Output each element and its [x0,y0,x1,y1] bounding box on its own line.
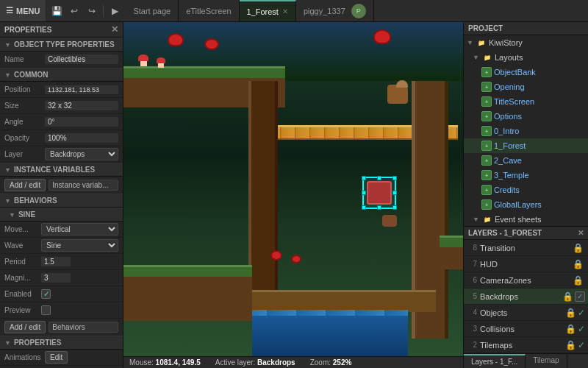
platform-mid-dirt [123,277,252,321]
sine-move-select[interactable]: Vertical Horizontal [41,223,118,236]
handle-bl[interactable] [362,205,366,210]
prop-name-row: Name Collectibles [0,52,123,68]
handle-ml[interactable] [362,191,366,195]
tree-layout-label-5: 1_Forest [494,141,526,150]
section-behaviors[interactable]: ▼ BEHAVIORS [0,194,123,208]
properties-close[interactable]: ✕ [111,24,118,35]
tree-layout-label-8: Credits [494,185,520,194]
sine-preview-checkbox[interactable] [41,305,51,315]
tree-layout-globallayers[interactable]: + GlobalLayers [464,197,588,212]
bottom-tab-tilemap[interactable]: Tilemap [526,354,567,368]
sine-enabled-checkbox[interactable]: ✓ [41,289,51,299]
undo-button[interactable]: ↩ [66,3,82,19]
layer-select[interactable]: Backdrops [45,148,118,160]
layer-lock-5[interactable]: 🔒 [562,291,573,302]
selection-box[interactable] [362,177,396,209]
layer-row-4[interactable]: 4 Objects 🔒 ✓ [464,305,588,321]
tree-layout-objectbank[interactable]: + ObjectBank [464,65,588,79]
size-value[interactable]: 32 x 32 [45,101,118,110]
tree-layout-0intro[interactable]: + 0_Intro [464,124,588,138]
layer-lock-3[interactable]: 🔒 [565,324,576,334]
tab-etitlescreen[interactable]: eTitleScreen [179,0,239,21]
tree-layout-credits[interactable]: + Credits [464,183,588,197]
section-sine[interactable]: ▼ SINE [0,208,123,222]
tree-layout-icon-1: + [481,82,492,92]
layer-row-6[interactable]: 6 CameraZones 🔒 [464,272,588,289]
name-value[interactable]: Collectibles [45,54,118,64]
bottom-tab-layers[interactable]: Layers - 1_F... [464,354,526,368]
sine-wave-select[interactable]: Sine [41,239,118,252]
play-button[interactable]: ▶ [107,3,123,19]
tree-layout-icon-2: + [481,96,492,107]
layer-num-3: 3 [467,325,477,333]
layer-num-7: 7 [467,260,477,268]
sine-move-row: Move... Vertical Horizontal [0,222,123,238]
platform-small [440,236,463,247]
size-label: Size [4,102,45,110]
layer-lock-6[interactable]: 🔒 [573,275,584,286]
canvas-area: Mouse: 1081.4, 149.5 Active layer: Backd… [123,22,463,368]
animations-label: Animations [4,353,45,361]
tab-forest-close[interactable]: ✕ [282,7,288,15]
save-button[interactable]: 💾 [49,3,65,19]
handle-tc[interactable] [377,176,381,180]
layer-name-6: CameraZones [477,276,573,285]
handle-br[interactable] [392,205,397,210]
tree-layouts[interactable]: ▼ 📁 Layouts [464,50,588,65]
tree-layout-titlescreen[interactable]: + TitleScreen [464,94,588,109]
tree-layout-opening[interactable]: + Opening [464,79,588,94]
layer-lock-8[interactable]: 🔒 [573,243,584,253]
water-surface [252,310,408,316]
redo-button[interactable]: ↪ [84,3,100,19]
handle-tr[interactable] [392,176,397,180]
section-instance-vars[interactable]: ▼ INSTANCE VARIABLES [0,163,123,177]
position-value[interactable]: 1132.181, 118.53 [45,85,118,94]
layer-row-7[interactable]: 7 HUD 🔒 [464,256,588,272]
wood-platform [252,290,436,312]
sine-magni-value[interactable]: 3 [41,273,71,283]
section-object-type[interactable]: ▼ OBJECT TYPE PROPERTIES [0,38,123,52]
tab-1-forest[interactable]: 1_Forest ✕ [240,0,296,21]
sine-period-value[interactable]: 1.5 [41,257,71,266]
collectible-sprite [367,181,392,205]
opacity-value[interactable]: 100% [45,133,118,143]
layer-check-5[interactable]: ✓ [575,291,585,302]
tab-start-page[interactable]: Start page [126,0,179,21]
layer-row-3[interactable]: 3 Collisions 🔒 ✓ [464,321,588,337]
angle-value[interactable]: 0° [45,117,118,127]
handle-bc[interactable] [377,205,381,210]
handle-tl[interactable] [362,176,366,180]
section-properties2[interactable]: ▼ PROPERTIES [0,336,123,350]
canvas-scene[interactable] [123,22,463,356]
tree-layout-options[interactable]: + Options [464,109,588,124]
behaviors-add-button[interactable]: Add / edit [4,321,46,333]
menu-button[interactable]: ☰ MENU [0,0,46,21]
tree-root[interactable]: ▼ 📁 KiwiStory [464,35,588,50]
section-label-props2: PROPERTIES [14,339,61,347]
section-common[interactable]: ▼ COMMON [0,68,123,82]
project-header: PROJECT [464,22,588,35]
handle-mr[interactable] [392,191,397,195]
layer-lock-4[interactable]: 🔒 [565,308,576,318]
instance-add-button[interactable]: Add / edit [4,179,46,191]
tree-layout-1forest[interactable]: + 1_Forest [464,138,588,153]
layers-close-button[interactable]: ✕ [578,229,584,237]
tree-event-sheets[interactable]: ▼ 📁 Event sheets [464,212,588,226]
mushroom-1 [138,54,148,66]
platform-small-dirt [440,247,463,269]
animations-edit-button[interactable]: Edit [45,351,68,364]
layer-lock-2[interactable]: 🔒 [565,340,576,350]
tree-layout-label-3: Options [494,112,522,121]
hero-sprite [387,85,408,104]
instance-placeholder: Instance variab... [49,180,118,191]
tree-layout-2cave[interactable]: + 2_Cave [464,153,588,168]
tree-layout-icon-9: + [481,199,492,210]
layer-row-5[interactable]: 5 Backdrops 🔒 ✓ [464,289,588,305]
layer-row-8[interactable]: 8 Transition 🔒 [464,240,588,256]
tab-piggy[interactable]: piggy_1337 P [296,0,374,21]
layer-vis-3: ✓ [578,324,585,334]
layer-lock-7[interactable]: 🔒 [573,259,584,269]
layer-row-2[interactable]: 2 Tilemaps 🔒 ✓ [464,337,588,353]
tree-layout-3temple[interactable]: + 3_Temple [464,168,588,183]
layer-label: Layer [4,150,45,158]
